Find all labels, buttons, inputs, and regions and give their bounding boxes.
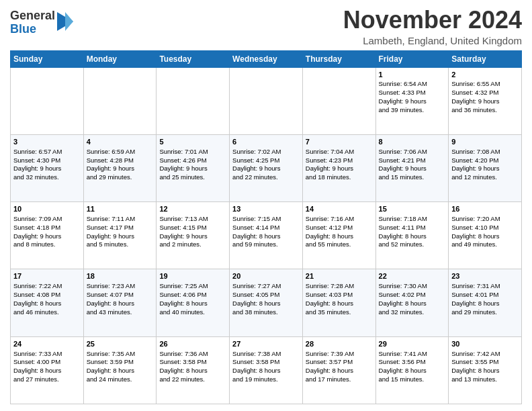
month-title: November 2024 [343,7,522,34]
day-number: 2 [451,70,519,80]
day-number: 27 [232,339,300,349]
day-info: Daylight: 8 hours [87,367,154,375]
day-number: 4 [87,137,154,147]
day-info: Sunset: 4:17 PM [87,224,154,232]
day-number: 11 [87,204,154,214]
day-info: Sunrise: 7:13 AM [159,215,226,224]
day-info: Sunset: 4:18 PM [13,224,81,232]
day-info: Daylight: 9 hours [306,165,373,173]
calendar-cell: 21Sunrise: 7:28 AMSunset: 4:03 PMDayligh… [302,269,375,336]
day-info: and 15 minutes. [379,375,446,384]
calendar-week-0: 1Sunrise: 6:54 AMSunset: 4:33 PMDaylight… [11,67,522,134]
day-info: Daylight: 8 hours [87,300,154,308]
header-monday: Monday [83,50,157,67]
day-info: Sunrise: 7:33 AM [13,350,81,359]
day-info: and 46 minutes. [13,308,81,317]
day-info: and 17 minutes. [306,375,373,384]
day-info: Sunrise: 7:09 AM [13,215,81,224]
day-info: and 35 minutes. [306,308,373,317]
day-number: 20 [232,271,300,281]
day-info: and 55 minutes. [306,240,373,249]
day-info: Daylight: 9 hours [379,165,446,173]
header-friday: Friday [375,50,449,67]
day-info: Sunrise: 7:36 AM [159,350,226,359]
day-number: 30 [451,339,519,349]
calendar-cell: 20Sunrise: 7:27 AMSunset: 4:05 PMDayligh… [230,269,303,336]
day-info: Daylight: 8 hours [379,300,446,308]
day-info: Daylight: 8 hours [306,300,373,308]
day-info: and 32 minutes. [379,308,446,317]
day-info: Sunset: 4:30 PM [13,156,81,165]
day-info: Sunrise: 7:04 AM [306,148,373,156]
day-number: 9 [451,137,519,147]
calendar-cell: 19Sunrise: 7:25 AMSunset: 4:06 PMDayligh… [157,269,230,336]
page: General Blue November 2024 Lambeth, Engl… [0,0,532,411]
calendar-header-row: Sunday Monday Tuesday Wednesday Thursday… [11,50,522,67]
day-info: Sunrise: 7:23 AM [87,282,154,291]
day-info: Sunset: 4:28 PM [87,156,154,165]
day-info: Daylight: 9 hours [87,165,154,173]
day-info: and 15 minutes. [379,173,446,182]
day-info: Sunset: 4:01 PM [451,291,519,300]
calendar-cell: 3Sunrise: 6:57 AMSunset: 4:30 PMDaylight… [11,134,84,201]
day-number: 23 [451,271,519,281]
day-info: Sunset: 4:11 PM [379,224,446,232]
day-info: Daylight: 8 hours [451,232,519,241]
day-info: and 49 minutes. [451,240,519,249]
calendar-week-1: 3Sunrise: 6:57 AMSunset: 4:30 PMDaylight… [11,134,522,201]
day-info: Sunrise: 7:18 AM [379,215,446,224]
day-info: Sunrise: 6:59 AM [87,148,154,156]
calendar-cell: 27Sunrise: 7:38 AMSunset: 3:58 PMDayligh… [230,336,303,404]
day-info: and 32 minutes. [13,173,81,182]
day-info: Sunset: 4:15 PM [159,224,226,232]
calendar-cell [157,67,230,134]
day-info: and 12 minutes. [451,173,519,182]
day-info: and 13 minutes. [451,375,519,384]
day-info: Daylight: 8 hours [306,367,373,375]
calendar-cell: 1Sunrise: 6:54 AMSunset: 4:33 PMDaylight… [375,67,449,134]
title-section: November 2024 Lambeth, England, United K… [343,7,522,46]
day-info: Sunset: 3:58 PM [159,358,226,367]
day-info: Sunset: 4:03 PM [306,291,373,300]
day-info: Sunset: 4:06 PM [159,291,226,300]
day-info: Daylight: 9 hours [87,232,154,241]
day-number: 16 [451,204,519,214]
calendar-cell: 18Sunrise: 7:23 AMSunset: 4:07 PMDayligh… [83,269,157,336]
calendar-week-4: 24Sunrise: 7:33 AMSunset: 4:00 PMDayligh… [11,336,522,404]
day-info: Sunrise: 7:25 AM [159,282,226,291]
calendar-cell: 4Sunrise: 6:59 AMSunset: 4:28 PMDaylight… [83,134,157,201]
day-info: Daylight: 9 hours [13,165,81,173]
day-number: 25 [87,339,154,349]
day-info: Sunrise: 7:31 AM [451,282,519,291]
calendar-cell: 9Sunrise: 7:08 AMSunset: 4:20 PMDaylight… [449,134,522,201]
calendar-cell: 15Sunrise: 7:18 AMSunset: 4:11 PMDayligh… [375,202,449,269]
calendar-cell: 30Sunrise: 7:42 AMSunset: 3:55 PMDayligh… [449,336,522,404]
day-info: Sunrise: 7:30 AM [379,282,446,291]
day-number: 24 [13,339,81,349]
header-thursday: Thursday [302,50,375,67]
calendar-cell: 24Sunrise: 7:33 AMSunset: 4:00 PMDayligh… [11,336,84,404]
day-number: 18 [87,271,154,281]
day-info: Sunset: 4:07 PM [87,291,154,300]
calendar-cell: 28Sunrise: 7:39 AMSunset: 3:57 PMDayligh… [302,336,375,404]
day-info: Sunset: 4:32 PM [451,89,519,97]
day-info: Daylight: 9 hours [451,97,519,106]
day-number: 26 [159,339,226,349]
day-info: Daylight: 9 hours [232,165,300,173]
day-info: Sunset: 4:21 PM [379,156,446,165]
day-number: 10 [13,204,81,214]
day-number: 21 [306,271,373,281]
day-info: Sunset: 4:14 PM [232,224,300,232]
day-info: and 22 minutes. [232,173,300,182]
header-wednesday: Wednesday [230,50,303,67]
day-info: Sunset: 4:26 PM [159,156,226,165]
calendar-cell: 7Sunrise: 7:04 AMSunset: 4:23 PMDaylight… [302,134,375,201]
day-info: and 24 minutes. [87,375,154,384]
day-info: Sunrise: 7:41 AM [379,350,446,359]
day-info: and 5 minutes. [87,240,154,249]
day-info: Sunset: 4:10 PM [451,224,519,232]
day-info: and 52 minutes. [379,240,446,249]
day-info: and 19 minutes. [232,375,300,384]
day-number: 17 [13,271,81,281]
day-info: Sunrise: 7:27 AM [232,282,300,291]
